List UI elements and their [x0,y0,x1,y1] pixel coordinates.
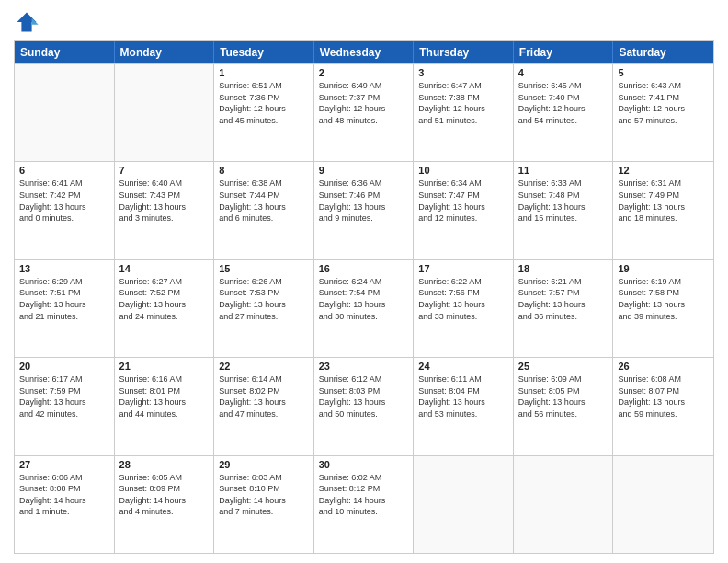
cell-info-line: Sunset: 8:10 PM [219,483,309,495]
cal-cell: 14Sunrise: 6:27 AMSunset: 7:52 PMDayligh… [115,260,215,357]
header-day-thursday: Thursday [414,41,514,63]
cal-row-1: 6Sunrise: 6:41 AMSunset: 7:42 PMDaylight… [15,161,713,259]
day-number: 3 [418,67,508,78]
calendar-body: 1Sunrise: 6:51 AMSunset: 7:36 PMDaylight… [15,63,713,553]
header-day-saturday: Saturday [613,41,713,63]
cal-cell: 29Sunrise: 6:03 AMSunset: 8:10 PMDayligh… [214,456,314,553]
cell-info-line: Sunset: 8:01 PM [119,385,210,397]
cal-cell: 10Sunrise: 6:34 AMSunset: 7:47 PMDayligh… [414,162,514,259]
cell-info-line: Sunset: 8:02 PM [219,385,309,397]
day-number: 22 [219,361,309,372]
cell-info-line: and 53 minutes. [418,408,508,420]
day-number: 11 [518,165,609,176]
day-number: 10 [418,165,508,176]
cal-row-0: 1Sunrise: 6:51 AMSunset: 7:36 PMDaylight… [15,63,713,161]
cell-info-line: Daylight: 13 hours [618,201,709,213]
cal-cell: 30Sunrise: 6:02 AMSunset: 8:12 PMDayligh… [314,456,415,553]
cal-row-2: 13Sunrise: 6:29 AMSunset: 7:51 PMDayligh… [15,259,713,357]
cell-info-line: Daylight: 14 hours [119,495,210,507]
day-number: 25 [518,361,609,372]
cell-info-line: Sunset: 7:38 PM [418,92,508,104]
cal-cell: 8Sunrise: 6:38 AMSunset: 7:44 PMDaylight… [214,162,314,259]
day-number: 1 [219,67,309,78]
cell-info-line: Sunrise: 6:51 AM [219,80,309,92]
day-number: 2 [319,67,409,78]
calendar: SundayMondayTuesdayWednesdayThursdayFrid… [14,40,714,554]
cell-info-line: Sunset: 7:44 PM [219,190,309,201]
cell-info-line: Sunrise: 6:24 AM [319,276,409,288]
cell-info-line: Sunrise: 6:21 AM [518,276,609,288]
cell-info-line: and 30 minutes. [319,311,409,323]
cell-info-line: Daylight: 12 hours [319,103,409,115]
cell-info-line: Sunrise: 6:33 AM [518,178,609,190]
cell-info-line: and 39 minutes. [618,311,709,323]
cell-info-line: Sunrise: 6:17 AM [19,373,109,385]
header [14,9,714,35]
cell-info-line: Daylight: 12 hours [219,103,309,115]
cell-info-line: and 48 minutes. [319,115,409,127]
cell-info-line: Sunset: 7:37 PM [319,92,409,104]
cell-info-line: Daylight: 13 hours [19,299,109,311]
cell-info-line: and 45 minutes. [219,115,309,127]
cell-info-line: Sunrise: 6:36 AM [319,178,409,190]
cell-info-line: Daylight: 13 hours [319,201,409,213]
cell-info-line: Sunrise: 6:38 AM [219,178,309,190]
header-day-friday: Friday [514,41,614,63]
day-number: 21 [119,361,210,372]
cell-info-line: and 6 minutes. [219,213,309,224]
cell-info-line: and 3 minutes. [119,213,210,224]
cal-cell: 16Sunrise: 6:24 AMSunset: 7:54 PMDayligh… [314,260,415,357]
cell-info-line: Sunset: 7:48 PM [518,190,609,201]
cal-cell: 12Sunrise: 6:31 AMSunset: 7:49 PMDayligh… [613,162,713,259]
cell-info-line: and 0 minutes. [19,213,109,224]
cell-info-line: Sunset: 7:58 PM [618,287,709,299]
day-number: 30 [319,459,409,470]
cell-info-line: and 15 minutes. [518,213,609,224]
cell-info-line: Daylight: 12 hours [518,103,609,115]
cell-info-line: Daylight: 13 hours [219,299,309,311]
cal-cell [613,456,713,553]
cell-info-line: Sunset: 7:49 PM [618,190,709,201]
cell-info-line: Sunrise: 6:43 AM [618,80,709,92]
cell-info-line: and 51 minutes. [418,115,508,127]
cell-info-line: Sunset: 7:57 PM [518,287,609,299]
cal-cell: 13Sunrise: 6:29 AMSunset: 7:51 PMDayligh… [15,260,115,357]
day-number: 14 [119,263,210,274]
cell-info-line: Daylight: 13 hours [618,396,709,408]
cell-info-line: Sunrise: 6:29 AM [19,276,109,288]
cal-cell: 5Sunrise: 6:43 AMSunset: 7:41 PMDaylight… [613,64,713,161]
cal-cell: 2Sunrise: 6:49 AMSunset: 7:37 PMDaylight… [314,64,415,161]
cal-cell [115,64,215,161]
day-number: 19 [618,263,709,274]
cell-info-line: Sunset: 8:12 PM [319,483,409,495]
cell-info-line: and 4 minutes. [119,506,210,518]
cal-cell: 9Sunrise: 6:36 AMSunset: 7:46 PMDaylight… [314,162,415,259]
day-number: 16 [319,263,409,274]
day-number: 24 [418,361,508,372]
cell-info-line: Sunset: 7:46 PM [319,190,409,201]
cell-info-line: Sunrise: 6:11 AM [418,373,508,385]
day-number: 29 [219,459,309,470]
cell-info-line: Daylight: 13 hours [618,299,709,311]
cell-info-line: Daylight: 13 hours [119,299,210,311]
cal-cell: 1Sunrise: 6:51 AMSunset: 7:36 PMDaylight… [214,64,314,161]
day-number: 8 [219,165,309,176]
cell-info-line: Sunrise: 6:47 AM [418,80,508,92]
cell-info-line: Sunset: 8:08 PM [19,483,109,495]
day-number: 28 [119,459,210,470]
cal-cell: 23Sunrise: 6:12 AMSunset: 8:03 PMDayligh… [314,358,415,454]
cell-info-line: Daylight: 14 hours [19,495,109,507]
cal-cell: 20Sunrise: 6:17 AMSunset: 7:59 PMDayligh… [15,358,115,454]
cell-info-line: Sunrise: 6:03 AM [219,472,309,484]
cell-info-line: Sunset: 7:43 PM [119,190,210,201]
cell-info-line: Sunrise: 6:27 AM [119,276,210,288]
cell-info-line: Sunrise: 6:26 AM [219,276,309,288]
cell-info-line: and 12 minutes. [418,213,508,224]
day-number: 12 [618,165,709,176]
day-number: 6 [19,165,109,176]
cell-info-line: Sunrise: 6:02 AM [319,472,409,484]
cell-info-line: Daylight: 13 hours [418,299,508,311]
cell-info-line: and 18 minutes. [618,213,709,224]
cell-info-line: Sunrise: 6:34 AM [418,178,508,190]
cell-info-line: Sunset: 8:04 PM [418,385,508,397]
